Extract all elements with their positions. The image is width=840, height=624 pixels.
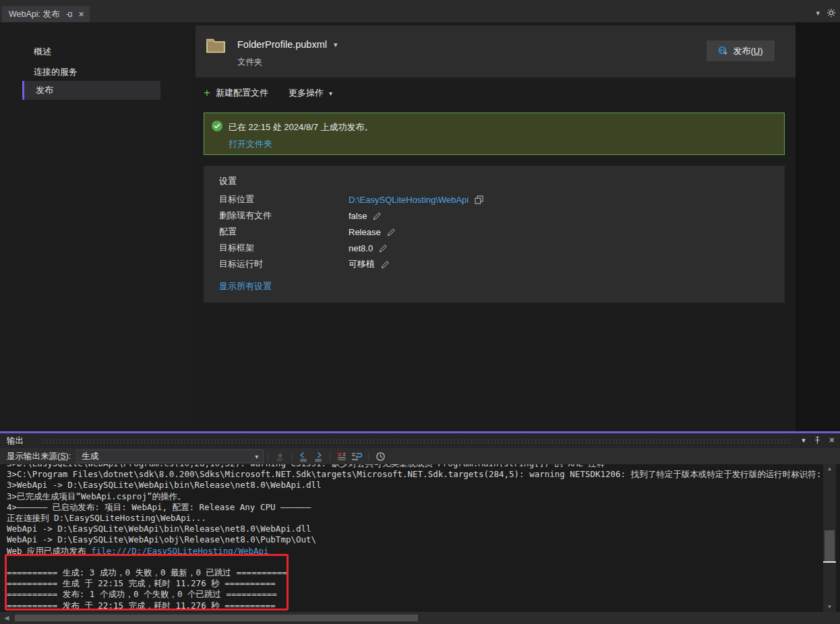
pin-icon[interactable] — [65, 10, 73, 18]
next-message-icon[interactable] — [311, 449, 326, 463]
sidebar-item-connected-services[interactable]: 连接的服务 — [0, 63, 187, 81]
output-log: 3>D:\EasySQLite\WebApi\Program.cs(10,28,… — [0, 464, 823, 612]
sidebar-item-overview[interactable]: 概述 — [0, 43, 187, 61]
output-horizontal-scrollbar[interactable]: ◀ — [0, 612, 840, 624]
scroll-position-marker — [823, 561, 836, 563]
profile-type-label: 文件夹 — [237, 57, 263, 68]
output-line: 3>WebApi -> D:\EasySQLite\WebApi\bin\Rel… — [7, 480, 823, 491]
pin-icon[interactable] — [814, 436, 821, 445]
publish-success-message: 已在 22:15 处 2024/8/7 上成功发布。 — [229, 121, 373, 133]
output-line: 4>—————— 已启动发布: 项目: WebApi, 配置: Release … — [7, 502, 823, 513]
publish-globe-icon — [718, 46, 728, 56]
close-icon[interactable]: × — [829, 435, 835, 445]
output-line: 3>C:\Program Files\dotnet\sdk\8.0.200\Sd… — [7, 469, 823, 480]
new-profile-button[interactable]: + 新建配置文件 — [204, 87, 268, 99]
output-line: WebApi -> D:\EasySQLite\WebApi\bin\Relea… — [7, 524, 823, 534]
settings-card: 设置 目标位置 D:\EasySQLiteHosting\WebApi 删除现有… — [204, 166, 785, 303]
profile-actions: + 新建配置文件 更多操作 ▾ — [204, 86, 332, 100]
goto-message-icon[interactable] — [272, 449, 287, 463]
plus-icon: + — [204, 88, 210, 98]
clock-icon[interactable] — [373, 449, 388, 463]
published-folder-link[interactable]: file:///D:/EasySQLiteHosting/WebApi — [91, 546, 268, 556]
publish-page: 概述 连接的服务 发布 FolderProfile.pubxml ▾ 文件夹 发… — [0, 22, 840, 431]
output-summary-line: ========== 生成: 3 成功，0 失败，0 最新，0 已跳过 ====… — [7, 567, 823, 578]
tab-title: WebApi: 发布 — [9, 9, 60, 20]
edit-pencil-icon[interactable] — [381, 260, 390, 269]
output-line-published: Web 应用已成功发布 file:///D:/EasySQLiteHosting… — [7, 546, 823, 557]
edit-pencil-icon[interactable] — [379, 244, 388, 253]
document-tabstrip: WebApi: 发布 × ▾ — [0, 0, 840, 22]
output-vertical-scrollbar[interactable]: ▲ ▼ — [823, 464, 836, 612]
previous-message-icon[interactable] — [296, 449, 311, 463]
publish-success-banner: 已在 22:15 处 2024/8/7 上成功发布。 打开文件夹 — [204, 113, 785, 155]
setting-row-target-location: 目标位置 D:\EasySQLiteHosting\WebApi — [219, 193, 758, 206]
output-line-blank — [7, 557, 823, 567]
success-check-icon — [212, 121, 222, 131]
word-wrap-icon[interactable] — [349, 449, 364, 463]
output-line: 3>D:\EasySQLite\WebApi\Program.cs(10,28,… — [7, 464, 823, 469]
output-title: 输出 — [7, 435, 24, 447]
publish-sidebar: 概述 连接的服务 发布 — [0, 22, 187, 431]
setting-row-configuration: 配置 Release — [219, 225, 758, 239]
vertical-scroll-thumb[interactable] — [824, 530, 835, 561]
vs-window: WebApi: 发布 × ▾ 概述 连接的服务 发布 FolderProfil — [0, 0, 840, 624]
edit-pencil-icon[interactable] — [387, 228, 396, 237]
tab-webapi-publish[interactable]: WebApi: 发布 × — [2, 6, 90, 22]
settings-title: 设置 — [219, 175, 237, 187]
output-summary-line: ========== 生成 于 22:15 完成，耗时 11.276 秒 ===… — [7, 578, 823, 589]
scroll-up-icon[interactable]: ▲ — [823, 464, 836, 474]
setting-row-target-framework: 目标框架 net8.0 — [219, 241, 758, 255]
editor-right-gutter — [796, 22, 840, 431]
open-folder-link[interactable]: 打开文件夹 — [229, 138, 272, 150]
show-all-settings-link[interactable]: 显示所有设置 — [219, 280, 272, 292]
output-summary-line: ========== 发布: 1 个成功，0 个失败，0 个已跳过 ======… — [7, 589, 823, 600]
scroll-down-icon[interactable]: ▼ — [823, 602, 836, 612]
chevron-down-icon: ▾ — [334, 40, 338, 49]
setting-row-delete-existing: 删除现有文件 false — [219, 209, 758, 222]
panel-options-chevron-icon[interactable]: ▾ — [802, 436, 806, 445]
output-line: 3>已完成生成项目“WebApi.csproj”的操作。 — [7, 491, 823, 502]
publish-button[interactable]: 发布(U) — [707, 40, 775, 61]
gear-icon[interactable] — [827, 8, 836, 18]
copy-icon[interactable] — [475, 195, 483, 204]
sidebar-item-publish[interactable]: 发布 — [22, 81, 160, 100]
close-icon[interactable]: × — [79, 9, 84, 19]
output-source-select[interactable]: 生成 ▾ — [76, 449, 264, 463]
drag-handle-dots — [42, 439, 789, 443]
profile-selector[interactable]: FolderProfile.pubxml ▾ — [237, 39, 338, 50]
folder-icon — [206, 36, 226, 54]
output-toolbar: 显示输出来源(S): 生成 ▾ — [0, 448, 840, 464]
edit-pencil-icon[interactable] — [373, 212, 382, 220]
more-actions-button[interactable]: 更多操作 ▾ — [289, 87, 332, 99]
scroll-left-icon[interactable]: ◀ — [1, 612, 12, 624]
output-panel: 输出 ▾ × 显示输出来源(S): 生成 ▾ — [0, 431, 840, 624]
profile-name: FolderProfile.pubxml — [237, 39, 327, 50]
window-list-chevron-icon[interactable]: ▾ — [816, 9, 820, 18]
output-source-label: 显示输出来源(S): — [7, 451, 71, 462]
output-summary-line: ========== 发布 于 22:15 完成，耗时 11.276 秒 ===… — [7, 600, 823, 611]
output-titlebar[interactable]: 输出 ▾ × — [0, 433, 840, 448]
output-line: 正在连接到 D:\EasySQLiteHosting\WebApi... — [7, 513, 823, 524]
horizontal-scroll-thumb[interactable] — [15, 615, 418, 621]
chevron-down-icon: ▾ — [255, 453, 258, 460]
output-line: WebApi -> D:\EasySQLite\WebApi\obj\Relea… — [7, 534, 823, 545]
target-location-link[interactable]: D:\EasySQLiteHosting\WebApi — [349, 195, 483, 205]
profile-header-card: FolderProfile.pubxml ▾ 文件夹 发布(U) — [196, 26, 796, 77]
chevron-down-icon: ▾ — [329, 90, 332, 97]
setting-row-target-runtime: 目标运行时 可移植 — [219, 257, 758, 271]
clear-all-icon[interactable] — [334, 449, 349, 463]
